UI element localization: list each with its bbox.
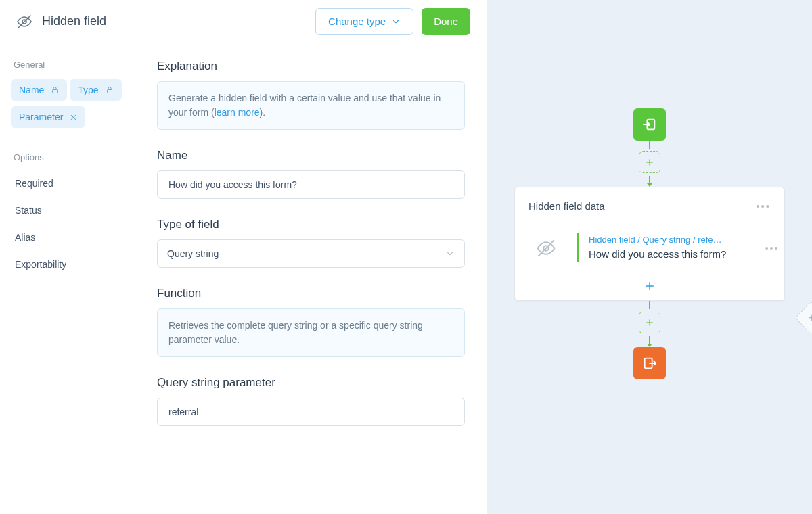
flow-start-node[interactable] [633, 108, 666, 141]
edge-add-button[interactable]: + [795, 301, 812, 335]
exit-icon [642, 356, 657, 371]
add-step-button[interactable] [639, 151, 660, 173]
sidebar-item-type[interactable]: Type [70, 79, 121, 101]
lock-icon [106, 86, 114, 94]
sidebar-heading-general: General [14, 60, 124, 70]
add-step-button[interactable] [639, 312, 660, 333]
plus-icon [644, 280, 656, 292]
name-input[interactable] [167, 179, 455, 191]
sidebar-item-alias[interactable]: Alias [11, 226, 124, 249]
enter-icon [642, 117, 657, 132]
flow-card-title: Hidden field data [528, 200, 605, 212]
card-menu-button[interactable]: ••• [756, 200, 771, 212]
flow-canvas[interactable]: Hidden field data ••• Hidden field / Que… [487, 0, 812, 514]
parameter-field-wrap [157, 398, 465, 426]
explanation-infobox: Generate a hidden field with a certain v… [157, 81, 465, 130]
flow-connector [649, 141, 650, 149]
plus-icon: + [809, 312, 812, 324]
sidebar-item-status[interactable]: Status [11, 199, 124, 222]
chevron-down-icon [445, 249, 455, 258]
close-icon[interactable] [70, 114, 77, 121]
change-type-button[interactable]: Change type [315, 8, 413, 35]
hidden-field-icon [16, 14, 32, 30]
flow-end-node[interactable] [633, 347, 666, 379]
page-title: Hidden field [42, 14, 106, 28]
card-add-row-button[interactable] [515, 271, 784, 300]
sidebar-item-exportability[interactable]: Exportability [11, 253, 124, 276]
lock-icon [51, 86, 59, 94]
done-button[interactable]: Done [422, 8, 470, 35]
sidebar-heading-options: Options [14, 152, 124, 162]
done-label: Done [434, 16, 458, 27]
content-area: Explanation Generate a hidden field with… [135, 43, 487, 514]
sidebar-item-parameter[interactable]: Parameter [11, 106, 85, 128]
card-question: How did you access this form? [589, 248, 752, 261]
sidebar-item-label: Type [78, 85, 98, 95]
section-title-function: Function [157, 287, 465, 300]
learn-more-link[interactable]: learn more [215, 107, 260, 118]
parameter-input[interactable] [167, 406, 455, 418]
sidebar-item-required[interactable]: Required [11, 172, 124, 195]
sidebar-item-label: Parameter [19, 112, 63, 122]
hidden-field-icon [515, 225, 577, 271]
name-field-wrap [157, 170, 465, 199]
change-type-label: Change type [328, 16, 386, 27]
card-row-menu-button[interactable]: ••• [765, 243, 780, 254]
sidebar-item-name[interactable]: Name [11, 79, 67, 101]
type-select-value: Query string [167, 248, 219, 259]
function-infobox: Retrieves the complete query string or a… [157, 308, 465, 357]
section-title-parameter: Query string parameter [157, 376, 465, 390]
section-title-explanation: Explanation [157, 60, 465, 73]
chevron-down-icon [391, 17, 401, 26]
svg-rect-3 [107, 90, 112, 93]
flow-card[interactable]: Hidden field data ••• Hidden field / Que… [514, 187, 785, 301]
sidebar-item-label: Name [19, 85, 44, 95]
section-title-type: Type of field [157, 218, 465, 231]
card-breadcrumb: Hidden field / Query string / refe… [589, 235, 752, 245]
section-title-name: Name [157, 149, 465, 162]
type-select[interactable]: Query string [157, 239, 465, 268]
sidebar: General Name Type Parame [0, 43, 135, 514]
svg-rect-2 [53, 90, 58, 93]
flow-connector [649, 301, 650, 309]
